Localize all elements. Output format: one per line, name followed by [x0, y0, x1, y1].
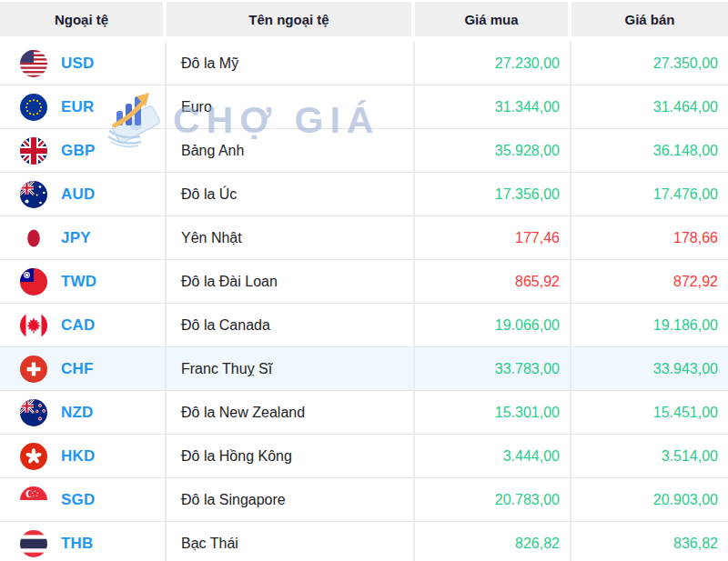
currency-code: GBP: [61, 142, 95, 160]
currency-code: USD: [61, 55, 95, 73]
rate-row-gbp[interactable]: GBP Bảng Anh 35.928,00 36.148,00: [0, 129, 728, 173]
flag-chf-icon: [20, 356, 47, 383]
sell-price: 3.514,00: [571, 435, 728, 477]
currency-name: Bảng Anh: [167, 129, 415, 172]
buy-price: 19.066,00: [415, 304, 571, 346]
header-currency-name: Tên ngoại tệ: [167, 2, 415, 36]
buy-price: 3.444,00: [415, 435, 571, 477]
currency-name: Đô la Canada: [167, 304, 415, 346]
sell-price: 872,92: [571, 260, 728, 303]
currency-code: EUR: [61, 98, 95, 116]
currency-code: SGD: [61, 491, 95, 509]
flag-twd-icon: [20, 268, 47, 296]
currency-code: THB: [61, 535, 94, 553]
currency-cell: NZD: [0, 391, 167, 434]
currency-cell: TWD: [0, 260, 167, 303]
header-sell-price: Giá bán: [571, 2, 728, 36]
currency-name: Euro: [167, 85, 415, 128]
flag-hkd-icon: [20, 443, 47, 470]
currency-code: HKD: [61, 447, 95, 466]
currency-code: TWD: [61, 273, 96, 291]
currency-name: Đô la Singapore: [167, 478, 415, 521]
rate-row-cad[interactable]: CAD Đô la Canada 19.066,00 19.186,00: [0, 304, 728, 347]
buy-price: 31.344,00: [415, 85, 571, 128]
currency-code: AUD: [61, 185, 95, 204]
rate-row-eur[interactable]: EUR Euro 31.344,00 31.464,00: [0, 85, 728, 129]
rate-row-usd[interactable]: USD Đô la Mỹ 27.230,00 27.350,00: [0, 42, 728, 85]
sell-price: 36.148,00: [571, 129, 728, 172]
buy-price: 33.783,00: [415, 347, 571, 390]
buy-price: 177,46: [415, 216, 571, 259]
sell-price: 19.186,00: [571, 304, 728, 346]
rate-row-nzd[interactable]: NZD Đô la New Zealand 15.301,00 15.451,0…: [0, 391, 728, 435]
header-buy-price: Giá mua: [415, 2, 571, 36]
buy-price: 20.783,00: [415, 478, 571, 521]
flag-nzd-icon: [20, 399, 47, 426]
buy-price: 27.230,00: [415, 42, 571, 85]
rate-row-thb[interactable]: THB Bạc Thái 826,82 836,82: [0, 522, 728, 561]
table-header: Ngoại tệ Tên ngoại tệ Giá mua Giá bán: [0, 2, 728, 36]
currency-cell: EUR: [0, 85, 167, 128]
rate-row-jpy[interactable]: JPY Yên Nhật 177,46 178,66: [0, 216, 728, 260]
currency-code: NZD: [61, 404, 94, 422]
flag-thb-icon: [20, 530, 47, 557]
buy-price: 35.928,00: [415, 129, 571, 172]
currency-cell: JPY: [0, 216, 167, 259]
sell-price: 20.903,00: [571, 478, 728, 521]
flag-sgd-icon: [20, 486, 47, 514]
sell-price: 17.476,00: [571, 173, 728, 215]
sell-price: 33.943,00: [571, 347, 728, 390]
rate-row-twd[interactable]: TWD Đô la Đài Loan 865,92 872,92: [0, 260, 728, 304]
currency-cell: GBP: [0, 129, 167, 172]
flag-jpy-icon: [20, 225, 47, 252]
currency-code: JPY: [61, 229, 91, 247]
buy-price: 826,82: [415, 522, 571, 561]
flag-cad-icon: [20, 312, 47, 339]
buy-price: 865,92: [415, 260, 571, 303]
flag-eur-icon: [20, 94, 47, 121]
currency-cell: CHF: [0, 347, 167, 390]
header-currency: Ngoại tệ: [0, 2, 167, 36]
sell-price: 27.350,00: [571, 42, 728, 85]
currency-code: CAD: [61, 316, 95, 335]
currency-name: Đô la Đài Loan: [167, 260, 415, 303]
currency-name: Bạc Thái: [167, 522, 415, 561]
currency-cell: CAD: [0, 304, 167, 346]
currency-name: Yên Nhật: [167, 216, 415, 259]
sell-price: 178,66: [571, 216, 728, 259]
currency-cell: USD: [0, 42, 167, 85]
rate-row-aud[interactable]: AUD Đô la Úc 17.356,00 17.476,00: [0, 173, 728, 216]
currency-name: Đô la Úc: [167, 173, 415, 215]
currency-code: CHF: [61, 360, 94, 378]
rate-row-sgd[interactable]: SGD Đô la Singapore 20.783,00 20.903,00: [0, 478, 728, 522]
currency-name: Franc Thuỵ Sĩ: [167, 347, 415, 390]
buy-price: 17.356,00: [415, 173, 571, 215]
rate-row-hkd[interactable]: HKD Đô la Hồng Kông 3.444,00 3.514,00: [0, 435, 728, 478]
currency-name: Đô la Hồng Kông: [167, 435, 415, 477]
sell-price: 836,82: [571, 522, 728, 561]
rate-row-chf[interactable]: CHF Franc Thuỵ Sĩ 33.783,00 33.943,00: [0, 347, 728, 391]
currency-cell: THB: [0, 522, 167, 561]
buy-price: 15.301,00: [415, 391, 571, 434]
currency-cell: SGD: [0, 478, 167, 521]
sell-price: 15.451,00: [571, 391, 728, 434]
currency-cell: AUD: [0, 173, 167, 215]
flag-usd-icon: [20, 50, 47, 77]
currency-cell: HKD: [0, 435, 167, 477]
flag-gbp-icon: [20, 137, 47, 165]
flag-aud-icon: [20, 181, 47, 208]
exchange-rate-table: Ngoại tệ Tên ngoại tệ Giá mua Giá bán: [0, 2, 728, 561]
sell-price: 31.464,00: [571, 85, 728, 128]
currency-name: Đô la New Zealand: [167, 391, 415, 434]
currency-name: Đô la Mỹ: [167, 42, 415, 85]
